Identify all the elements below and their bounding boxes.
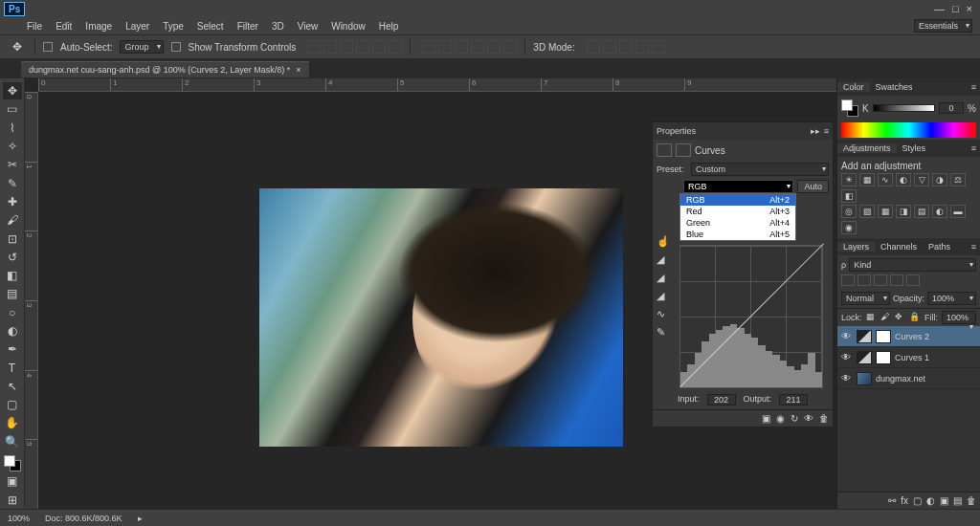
color-value-field[interactable] — [939, 102, 964, 114]
trash-icon[interactable]: 🗑 — [819, 413, 829, 424]
black-point-icon[interactable]: ◢ — [657, 253, 670, 266]
menu-filter[interactable]: Filter — [237, 21, 258, 32]
dodge-tool[interactable]: ◐ — [3, 322, 22, 340]
menu-3d[interactable]: 3D — [272, 21, 284, 32]
invert-icon[interactable]: ◨ — [896, 205, 911, 218]
shape-tool[interactable]: ▢ — [3, 396, 22, 413]
menu-file[interactable]: File — [27, 21, 42, 32]
link-icon[interactable]: ⚯ — [888, 495, 896, 506]
move-tool[interactable]: ✥ — [3, 82, 22, 99]
auto-button[interactable]: Auto — [797, 180, 829, 193]
canvas-area[interactable]: 0123456789 012345 Properties ▸▸ ≡ Curves… — [25, 78, 836, 509]
styles-tab[interactable]: Styles — [897, 143, 932, 153]
lookup-icon[interactable]: ▦ — [878, 205, 893, 218]
foreground-color[interactable] — [4, 455, 15, 467]
align-icon[interactable] — [340, 40, 353, 54]
panel-menu-icon[interactable]: ≡ — [968, 143, 980, 153]
lock-position-icon[interactable]: ✥ — [895, 312, 906, 323]
gradient-tool[interactable]: ▤ — [3, 285, 22, 302]
color-swatch[interactable] — [841, 99, 858, 117]
eraser-tool[interactable]: ◧ — [3, 267, 22, 284]
auto-select-checkbox[interactable] — [43, 42, 53, 52]
panel-menu-icon[interactable]: ≡ — [824, 126, 829, 136]
close-tab-icon[interactable]: × — [296, 65, 301, 75]
align-icon[interactable] — [356, 40, 369, 54]
mask-icon[interactable] — [676, 143, 691, 157]
preset-dropdown[interactable]: Custom — [691, 163, 829, 176]
layer-thumb[interactable] — [857, 351, 872, 364]
new-layer-icon[interactable]: ▤ — [953, 495, 962, 506]
document-tab[interactable]: dungmax.net cuu-sang-anh.psd @ 100% (Cur… — [21, 61, 309, 77]
menu-type[interactable]: Type — [163, 21, 184, 32]
photofilter-icon[interactable]: ◎ — [841, 205, 857, 218]
color-slider[interactable] — [873, 104, 935, 112]
fx-icon[interactable]: fx — [901, 495, 908, 506]
filter-shape-icon[interactable] — [890, 274, 903, 286]
quickmask-tool[interactable]: ▣ — [3, 472, 22, 490]
panel-menu-icon[interactable]: ≡ — [968, 242, 980, 252]
distribute-icon[interactable] — [438, 40, 452, 54]
type-tool[interactable]: T — [3, 359, 22, 376]
group-icon[interactable]: ▣ — [940, 495, 948, 506]
distribute-icon[interactable] — [471, 40, 484, 54]
adjustment-icon[interactable]: ◐ — [926, 495, 935, 506]
reset-icon[interactable]: ↻ — [791, 413, 798, 424]
auto-select-dropdown[interactable]: Group — [120, 40, 163, 54]
selective-icon[interactable]: ◉ — [841, 221, 857, 234]
curves-icon[interactable]: ∿ — [878, 173, 893, 186]
align-icon[interactable] — [323, 40, 337, 54]
exposure-icon[interactable]: ◐ — [896, 173, 911, 186]
layer-thumb[interactable] — [857, 372, 872, 385]
mode-3d-icon[interactable] — [603, 40, 616, 54]
filter-kind-dropdown[interactable]: Kind — [849, 258, 976, 272]
zoom-level[interactable]: 100% — [8, 514, 30, 523]
gray-point-icon[interactable]: ◢ — [657, 272, 670, 284]
output-field[interactable] — [779, 394, 808, 405]
channel-green[interactable]: GreenAlt+4 — [680, 217, 795, 229]
distribute-icon[interactable] — [503, 40, 517, 54]
menu-help[interactable]: Help — [379, 21, 399, 32]
maximize-button[interactable]: □ — [952, 3, 959, 14]
filter-pixel-icon[interactable] — [841, 274, 855, 286]
collapse-icon[interactable]: ▸▸ — [811, 126, 820, 136]
mixer-icon[interactable]: ▨ — [859, 205, 875, 218]
align-icon[interactable] — [389, 40, 402, 54]
adjustments-tab[interactable]: Adjustments — [837, 143, 897, 153]
lock-pixels-icon[interactable]: 🖌 — [880, 312, 892, 323]
pencil-tool-icon[interactable]: ✎ — [657, 326, 670, 339]
menu-edit[interactable]: Edit — [56, 21, 72, 32]
lock-all-icon[interactable]: 🔒 — [909, 312, 921, 323]
workspace-switcher[interactable]: Essentials — [914, 19, 972, 33]
layer-item[interactable]: 👁 dungmax.net — [837, 368, 980, 389]
clip-icon[interactable]: ▣ — [762, 413, 770, 424]
opacity-field[interactable]: 100% — [927, 292, 976, 305]
layer-thumb[interactable] — [857, 330, 872, 343]
layers-tab[interactable]: Layers — [837, 242, 875, 252]
filter-type-icon[interactable] — [874, 274, 887, 286]
white-point-icon[interactable]: ◢ — [657, 290, 670, 302]
on-image-tool-icon[interactable]: ☝ — [657, 235, 670, 248]
mode-3d-icon[interactable] — [635, 40, 649, 54]
mode-3d-icon[interactable] — [652, 40, 665, 54]
crop-tool[interactable]: ✂ — [3, 156, 22, 173]
filter-adj-icon[interactable] — [858, 274, 871, 286]
mask-thumb[interactable] — [876, 330, 891, 343]
input-field[interactable] — [707, 394, 736, 405]
eyedropper-tool[interactable]: ✎ — [3, 174, 22, 191]
blur-tool[interactable]: ○ — [3, 304, 22, 321]
mask-icon[interactable]: ▢ — [913, 495, 922, 506]
hue-icon[interactable]: ◑ — [932, 173, 947, 186]
filter-smart-icon[interactable] — [906, 274, 920, 286]
menu-select[interactable]: Select — [197, 21, 224, 32]
stamp-tool[interactable]: ⊡ — [3, 230, 22, 247]
trash-icon[interactable]: 🗑 — [967, 495, 976, 506]
path-tool[interactable]: ↖ — [3, 378, 22, 395]
lasso-tool[interactable]: ⌇ — [3, 120, 22, 137]
brush-tool[interactable]: 🖌 — [3, 211, 22, 229]
menu-view[interactable]: View — [298, 21, 319, 32]
marquee-tool[interactable]: ▭ — [3, 100, 22, 118]
threshold-icon[interactable]: ◐ — [932, 205, 947, 218]
menu-window[interactable]: Window — [331, 21, 366, 32]
mode-3d-icon[interactable] — [587, 40, 600, 54]
color-spectrum[interactable] — [841, 122, 976, 138]
